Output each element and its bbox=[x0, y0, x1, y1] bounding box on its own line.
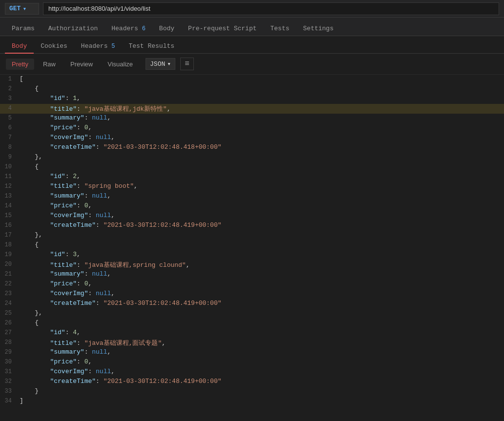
table-row: 9 }, bbox=[0, 153, 504, 162]
line-content: "summary": null, bbox=[20, 270, 504, 278]
line-content: "id": 3, bbox=[20, 251, 504, 258]
line-content: "createTime": "2021-03-30T12:02:48.419+0… bbox=[20, 300, 504, 307]
line-number: 15 bbox=[0, 212, 20, 219]
tab-body[interactable]: Body bbox=[152, 22, 181, 36]
line-number: 31 bbox=[0, 368, 20, 375]
line-number: 2 bbox=[0, 85, 20, 92]
tab-cookies[interactable]: Cookies bbox=[34, 40, 74, 54]
table-row: 28 "title": "java基础课程,面试专题", bbox=[0, 338, 504, 348]
table-row: 31 "coverImg": null, bbox=[0, 367, 504, 377]
tab-tests[interactable]: Tests bbox=[264, 22, 296, 36]
table-row: 14 "price": 0, bbox=[0, 201, 504, 211]
line-number: 17 bbox=[0, 231, 20, 239]
table-row: 26 { bbox=[0, 319, 504, 328]
format-bar: Pretty Raw Preview Visualize JSON ▾ ≡ bbox=[0, 54, 504, 75]
line-number: 1 bbox=[0, 75, 20, 82]
line-content: "summary": null, bbox=[20, 348, 504, 356]
tab-headers[interactable]: Headers 6 bbox=[105, 22, 152, 36]
line-content: "coverImg": null, bbox=[20, 368, 504, 375]
raw-button[interactable]: Raw bbox=[37, 59, 62, 70]
line-content: { bbox=[20, 319, 504, 326]
line-content: "title": "java基础课程,jdk新特性", bbox=[20, 104, 504, 113]
main-content: Params Authorization Headers 6 Body Pre-… bbox=[0, 18, 504, 421]
line-number: 10 bbox=[0, 163, 20, 170]
tab-pre-request-script[interactable]: Pre-request Script bbox=[181, 22, 263, 36]
line-content: } bbox=[20, 387, 504, 395]
table-row: 15 "coverImg": null, bbox=[0, 211, 504, 221]
table-row: 30 "price": 0, bbox=[0, 358, 504, 367]
visualize-button[interactable]: Visualize bbox=[102, 59, 139, 70]
table-row: 27 "id": 4, bbox=[0, 328, 504, 338]
table-row: 1[ bbox=[0, 75, 504, 84]
url-input[interactable] bbox=[43, 2, 499, 15]
table-row: 18 { bbox=[0, 241, 504, 250]
line-content: "title": "java基础课程,面试专题", bbox=[20, 339, 504, 347]
line-number: 26 bbox=[0, 319, 20, 326]
line-number: 30 bbox=[0, 358, 20, 365]
table-row: 3 "id": 1, bbox=[0, 94, 504, 104]
line-number: 23 bbox=[0, 290, 20, 297]
tab-headers-response[interactable]: Headers 5 bbox=[74, 40, 122, 54]
preview-button[interactable]: Preview bbox=[64, 59, 99, 70]
line-number: 12 bbox=[0, 182, 20, 190]
line-content: "createTime": "2021-03-30T12:02:48.419+0… bbox=[20, 221, 504, 229]
wrap-button[interactable]: ≡ bbox=[180, 58, 194, 70]
line-number: 34 bbox=[0, 397, 20, 404]
line-number: 32 bbox=[0, 378, 20, 385]
table-row: 20 "title": "java基础课程,spring clound", bbox=[0, 260, 504, 270]
line-content: "createTime": "2021-03-30T12:02:48.418+0… bbox=[20, 143, 504, 151]
pretty-button[interactable]: Pretty bbox=[6, 59, 34, 70]
table-row: 32 "createTime": "2021-03-30T12:02:48.41… bbox=[0, 377, 504, 387]
line-content: [ bbox=[20, 75, 504, 82]
line-content: "coverImg": null, bbox=[20, 134, 504, 141]
method-selector[interactable]: GET ▾ bbox=[5, 3, 39, 15]
line-number: 24 bbox=[0, 300, 20, 307]
dropdown-chevron: ▾ bbox=[167, 60, 171, 68]
tab-params[interactable]: Params bbox=[5, 22, 42, 36]
line-number: 6 bbox=[0, 124, 20, 131]
line-content: "summary": null, bbox=[20, 114, 504, 121]
line-content: ] bbox=[20, 397, 504, 404]
tab-test-results[interactable]: Test Results bbox=[122, 40, 181, 54]
line-number: 8 bbox=[0, 143, 20, 151]
line-content: { bbox=[20, 163, 504, 170]
tab-body-response[interactable]: Body bbox=[5, 40, 34, 54]
method-chevron: ▾ bbox=[22, 5, 26, 13]
line-content: "createTime": "2021-03-30T12:02:48.419+0… bbox=[20, 378, 504, 385]
line-content: "coverImg": null, bbox=[20, 212, 504, 219]
json-format-dropdown[interactable]: JSON ▾ bbox=[146, 58, 175, 70]
table-row: 7 "coverImg": null, bbox=[0, 133, 504, 143]
tab-settings[interactable]: Settings bbox=[296, 22, 340, 36]
table-row: 34] bbox=[0, 397, 504, 406]
line-number: 18 bbox=[0, 241, 20, 248]
table-row: 16 "createTime": "2021-03-30T12:02:48.41… bbox=[0, 221, 504, 231]
table-row: 13 "summary": null, bbox=[0, 192, 504, 201]
line-number: 29 bbox=[0, 348, 20, 356]
line-content: "id": 1, bbox=[20, 95, 504, 102]
line-number: 7 bbox=[0, 134, 20, 141]
line-number: 33 bbox=[0, 387, 20, 395]
table-row: 4 "title": "java基础课程,jdk新特性", bbox=[0, 104, 504, 114]
line-number: 4 bbox=[0, 104, 20, 112]
table-row: 2 { bbox=[0, 84, 504, 94]
line-content: "id": 2, bbox=[20, 173, 504, 180]
code-body[interactable]: 1[2 {3 "id": 1,4 "title": "java基础课程,jdk新… bbox=[0, 75, 504, 421]
line-number: 13 bbox=[0, 192, 20, 200]
line-content: }, bbox=[20, 309, 504, 317]
line-number: 5 bbox=[0, 114, 20, 121]
line-number: 9 bbox=[0, 153, 20, 160]
line-content: "title": "java基础课程,spring clound", bbox=[20, 261, 504, 269]
line-content: { bbox=[20, 241, 504, 248]
line-content: { bbox=[20, 85, 504, 92]
table-row: 33 } bbox=[0, 387, 504, 397]
table-row: 11 "id": 2, bbox=[0, 172, 504, 182]
table-row: 21 "summary": null, bbox=[0, 270, 504, 280]
line-content: "price": 0, bbox=[20, 358, 504, 365]
line-content: }, bbox=[20, 153, 504, 160]
tabs-row-2: Body Cookies Headers 5 Test Results bbox=[0, 36, 504, 54]
tab-authorization[interactable]: Authorization bbox=[42, 22, 105, 36]
table-row: 23 "coverImg": null, bbox=[0, 289, 504, 299]
method-label: GET bbox=[9, 5, 21, 12]
line-content: "price": 0, bbox=[20, 280, 504, 287]
table-row: 10 { bbox=[0, 162, 504, 172]
